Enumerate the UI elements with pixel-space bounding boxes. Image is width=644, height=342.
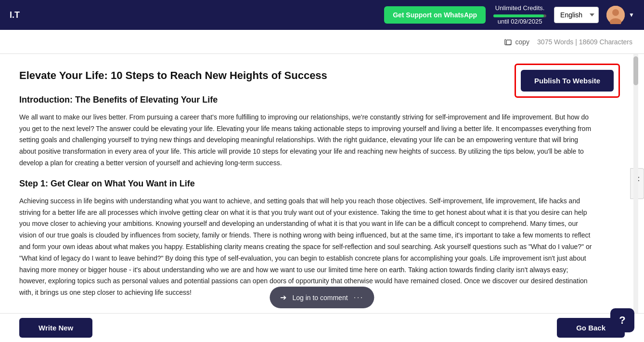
- comment-toast-label: Log in to comment: [292, 294, 348, 302]
- step1-heading: Step 1: Get Clear on What You Want in Li…: [19, 179, 592, 189]
- scrollbar-thumb[interactable]: [633, 56, 638, 85]
- publish-button[interactable]: Publish To Website: [521, 70, 614, 92]
- copy-label: copy: [515, 38, 529, 46]
- intro-body: We all want to make our lives better. Fr…: [19, 112, 592, 169]
- header: I.T Get Support on WhatsApp Unlimited Cr…: [0, 0, 644, 30]
- avatar-container[interactable]: ▼: [606, 6, 634, 24]
- logo: I.T: [10, 10, 20, 20]
- bottom-bar: Write New Go Back: [0, 313, 644, 342]
- write-new-button[interactable]: Write New: [19, 318, 92, 338]
- comment-toast[interactable]: ➔ Log in to comment ···: [270, 287, 374, 308]
- whatsapp-button[interactable]: Get Support on WhatsApp: [384, 6, 486, 24]
- copy-icon: [504, 38, 512, 46]
- scrollbar-track[interactable]: [633, 54, 638, 313]
- main-content: Elevate Your Life: 10 Steps to Reach New…: [0, 54, 644, 313]
- toast-dots-icon: ···: [354, 292, 364, 303]
- svg-point-1: [612, 9, 619, 16]
- copy-button[interactable]: copy: [504, 38, 529, 46]
- toolbar: copy 3075 Words | 18609 Characters: [0, 30, 644, 54]
- credits-line1: Unlimited Credits.: [493, 4, 546, 13]
- help-button[interactable]: ?: [610, 308, 634, 332]
- step1-body: Achieving success in life begins with un…: [19, 196, 592, 299]
- avatar-dropdown-icon: ▼: [629, 12, 634, 18]
- avatar: [606, 6, 625, 24]
- language-select[interactable]: English Spanish French German: [554, 7, 599, 23]
- header-right: Get Support on WhatsApp Unlimited Credit…: [384, 4, 634, 26]
- word-count: 3075 Words | 18609 Characters: [537, 38, 632, 46]
- credits-line2: until 02/09/2025: [493, 17, 546, 26]
- intro-heading: Introduction: The Benefits of Elevating …: [19, 95, 592, 105]
- login-icon: ➔: [280, 293, 286, 302]
- publish-area: Publish To Website: [515, 64, 620, 98]
- article-title: Elevate Your Life: 10 Steps to Reach New…: [19, 68, 592, 83]
- credits-box: Unlimited Credits. until 02/09/2025: [493, 4, 546, 26]
